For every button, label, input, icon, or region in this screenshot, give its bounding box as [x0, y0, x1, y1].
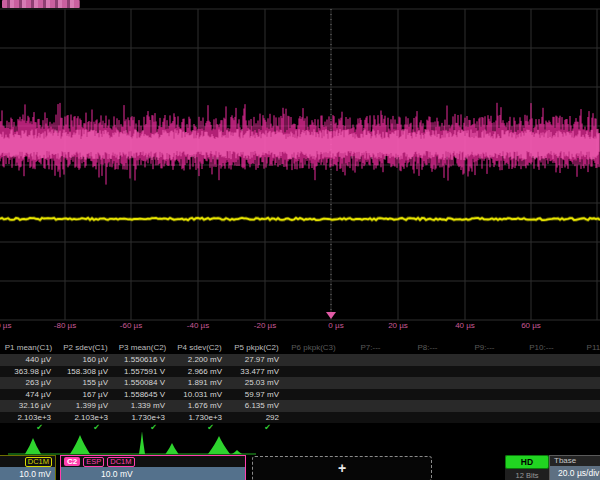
c2-channel-badge: C2 [64, 457, 80, 466]
measure-table-row: 263 µV155 µV1.550084 V1.891 mV25.03 mV [0, 377, 600, 389]
measure-value-cell [570, 389, 600, 401]
channel-2-trace[interactable] [0, 103, 599, 185]
measure-value-cell: 2.200 mV [171, 354, 228, 366]
measure-value-cell [399, 389, 456, 401]
measure-value-cell [456, 400, 513, 412]
measure-column-header[interactable]: P1 mean(C1) [0, 342, 57, 354]
measure-value-cell: 474 µV [0, 389, 57, 401]
measure-value-cell: 1.730e+3 [171, 412, 228, 424]
measure-value-cell [342, 412, 399, 424]
measure-table-row: 32.16 µV1.399 µV1.339 mV1.676 mV6.135 mV [0, 400, 600, 412]
measure-value-cell [456, 366, 513, 378]
measure-value-cell [456, 412, 513, 424]
timebase-value: 20.0 µs/div [550, 466, 600, 480]
c2-descriptor-header: C2 ESP DC1M [61, 456, 245, 467]
measure-column-header[interactable]: P4 sdev(C2) [171, 342, 228, 354]
measure-value-cell [285, 377, 342, 389]
hd-bits-label: 12 Bits [505, 469, 549, 480]
channel-c1-descriptor[interactable]: DC1M 10.0 mV [0, 455, 56, 480]
measure-column-header[interactable]: P11:--- [570, 342, 600, 354]
measure-value-cell [342, 354, 399, 366]
measure-value-cell: 440 µV [0, 354, 57, 366]
measure-table-row: 474 µV167 µV1.558645 V10.031 mV59.97 mV [0, 389, 600, 401]
measure-value-cell: 292 [228, 412, 285, 424]
measure-value-cell: 363.98 µV [0, 366, 57, 378]
measure-value-cell: 2.966 mV [171, 366, 228, 378]
measure-column-header[interactable]: P10:--- [513, 342, 570, 354]
measurement-histicons[interactable] [0, 432, 600, 456]
measure-value-cell [513, 389, 570, 401]
measure-column-header[interactable]: P9:--- [456, 342, 513, 354]
graticule [0, 0, 600, 332]
measure-value-cell [513, 366, 570, 378]
measure-value-cell: 1.550084 V [114, 377, 171, 389]
measure-value-cell [399, 412, 456, 424]
c2-coupling-chip: DC1M [107, 457, 134, 467]
measure-value-cell: 1.339 mV [114, 400, 171, 412]
measure-value-cell: 1.558645 V [114, 389, 171, 401]
add-trace-button[interactable]: + [252, 456, 432, 480]
measure-value-cell [513, 412, 570, 424]
measure-value-cell [399, 400, 456, 412]
hd-mode-indicator[interactable]: HD 12 Bits [505, 455, 549, 480]
measure-value-cell: 2.103e+3 [0, 412, 57, 424]
time-axis-label: -40 µs [187, 321, 209, 330]
measure-value-cell [342, 389, 399, 401]
hd-badge: HD [505, 455, 549, 469]
measure-table: P1 mean(C1)P2 sdev(C1)P3 mean(C2)P4 sdev… [0, 342, 600, 433]
measure-column-header[interactable]: P5 pkpk(C2) [228, 342, 285, 354]
measure-value-cell: 59.97 mV [228, 389, 285, 401]
measure-value-cell [456, 377, 513, 389]
measure-column-header[interactable]: P2 sdev(C1) [57, 342, 114, 354]
c1-descriptor-header: DC1M [0, 456, 55, 467]
measure-value-cell [342, 400, 399, 412]
measure-column-header[interactable]: P8:--- [399, 342, 456, 354]
measure-value-cell: 1.730e+3 [114, 412, 171, 424]
time-axis-label: -100 µs [0, 321, 11, 330]
measure-column-header[interactable]: P3 mean(C2) [114, 342, 171, 354]
measure-value-cell [570, 366, 600, 378]
measure-value-cell [570, 354, 600, 366]
time-axis-label: 40 µs [455, 321, 475, 330]
timebase-title: Tbase [550, 456, 600, 466]
measure-value-cell: 160 µV [57, 354, 114, 366]
measure-value-cell: 25.03 mV [228, 377, 285, 389]
oscilloscope-screen: -100 µs-80 µs-60 µs-40 µs-20 µs0 µs20 µs… [0, 0, 600, 480]
time-axis-label: -20 µs [254, 321, 276, 330]
measure-value-cell [342, 366, 399, 378]
measure-table-row: 440 µV160 µV1.550616 V2.200 mV27.97 mV [0, 354, 600, 366]
time-axis-label: 0 µs [328, 321, 343, 330]
measure-value-cell [285, 354, 342, 366]
measure-value-cell: 158.308 µV [57, 366, 114, 378]
measure-value-cell: 1.557591 V [114, 366, 171, 378]
time-axis-label: 20 µs [388, 321, 408, 330]
measure-value-cell [570, 412, 600, 424]
measure-value-cell [570, 400, 600, 412]
measure-value-cell: 32.16 µV [0, 400, 57, 412]
measure-column-header[interactable]: P7:--- [342, 342, 399, 354]
measure-table-row: P1 mean(C1)P2 sdev(C1)P3 mean(C2)P4 sdev… [0, 342, 600, 354]
measure-table-row: 2.103e+32.103e+31.730e+31.730e+3292 [0, 412, 600, 424]
measure-value-cell [342, 377, 399, 389]
measure-value-cell [456, 389, 513, 401]
measure-value-cell [513, 400, 570, 412]
measure-value-cell [285, 389, 342, 401]
measure-value-cell [285, 366, 342, 378]
timebase-descriptor[interactable]: Tbase 20.0 µs/div [549, 455, 600, 480]
c2-scale-value: 10.0 mV [61, 467, 245, 480]
measure-table-row: 363.98 µV158.308 µV1.557591 V2.966 mV33.… [0, 366, 600, 378]
trigger-marker[interactable] [326, 312, 336, 319]
c1-scale-value: 10.0 mV [0, 467, 55, 480]
channel-1-trace[interactable] [0, 218, 600, 220]
measure-value-cell [399, 354, 456, 366]
measure-value-cell [285, 400, 342, 412]
measure-value-cell: 155 µV [57, 377, 114, 389]
measure-column-header[interactable]: P6 pkpk(C3) [285, 342, 342, 354]
c2-esp-chip: ESP [83, 457, 104, 467]
c1-coupling-chip: DC1M [25, 457, 52, 467]
measure-value-cell [399, 377, 456, 389]
measure-value-cell: 2.103e+3 [57, 412, 114, 424]
measure-value-cell [513, 377, 570, 389]
measure-value-cell: 1.550616 V [114, 354, 171, 366]
channel-c2-descriptor[interactable]: C2 ESP DC1M 10.0 mV [60, 455, 246, 480]
